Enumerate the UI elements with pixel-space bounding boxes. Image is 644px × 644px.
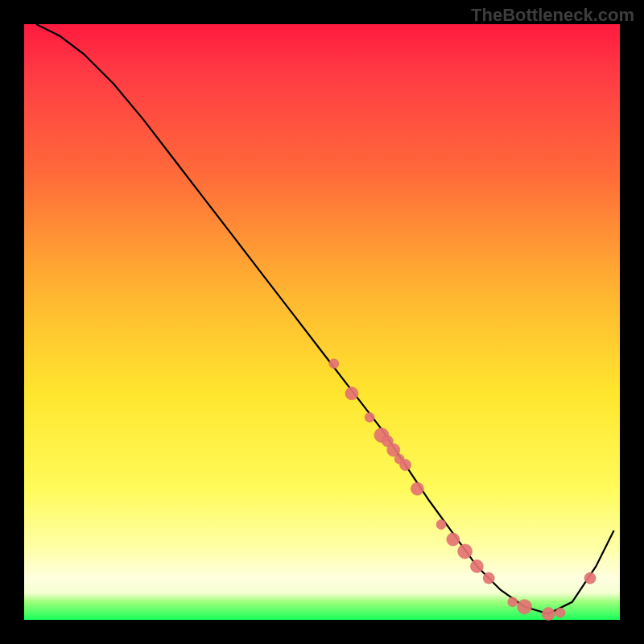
data-marker bbox=[411, 482, 423, 495]
data-marker bbox=[329, 359, 339, 369]
data-marker bbox=[447, 533, 460, 546]
bottleneck-curve bbox=[36, 24, 614, 614]
data-marker bbox=[483, 572, 494, 584]
data-marker bbox=[436, 520, 446, 530]
watermark-text: TheBottleneck.com bbox=[471, 5, 634, 26]
data-marker bbox=[470, 559, 483, 572]
chart-frame: TheBottleneck.com bbox=[0, 0, 644, 644]
data-marker bbox=[542, 608, 555, 621]
chart-svg bbox=[24, 24, 620, 620]
data-marker bbox=[584, 572, 596, 584]
data-marker bbox=[518, 600, 532, 614]
data-marker bbox=[365, 412, 374, 422]
data-marker bbox=[345, 387, 358, 400]
data-marker bbox=[555, 608, 565, 617]
plot-area bbox=[24, 24, 620, 620]
data-marker bbox=[400, 460, 411, 471]
data-marker bbox=[458, 544, 473, 559]
marker-group bbox=[329, 359, 596, 621]
data-marker bbox=[508, 597, 518, 607]
